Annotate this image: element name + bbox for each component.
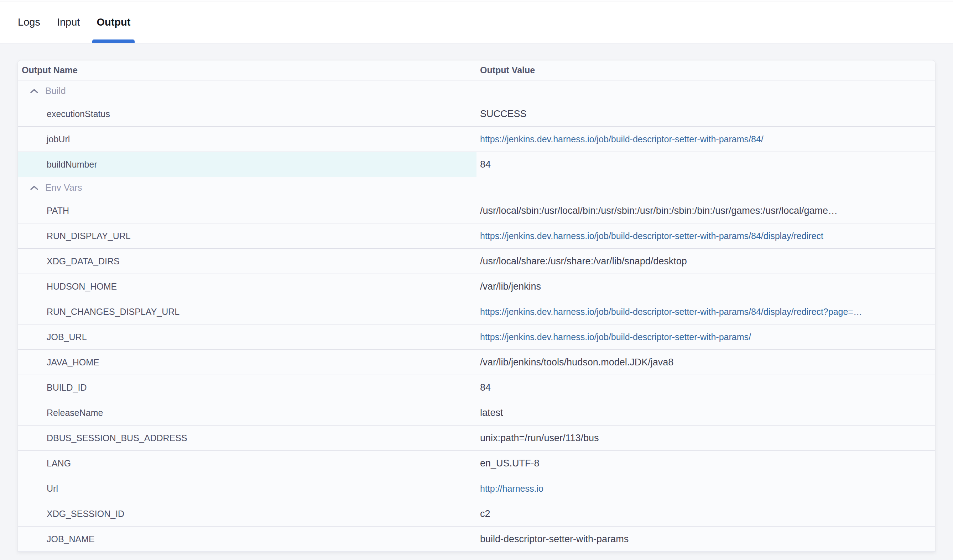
row-name: DBUS_SESSION_BUS_ADDRESS: [18, 425, 476, 450]
value-text: /usr/local/share:/usr/share:/var/lib/sna…: [480, 256, 687, 267]
value-link[interactable]: https://jenkins.dev.harness.io/job/build…: [480, 231, 823, 241]
row-value: http://harness.io: [476, 476, 935, 501]
row-name: XDG_DATA_DIRS: [18, 249, 476, 274]
row-name: JAVA_HOME: [18, 350, 476, 374]
row-name: jobUrl: [18, 127, 476, 152]
row-value: latest: [476, 400, 935, 425]
row-name: ReleaseName: [18, 400, 476, 425]
table-row-url: Urlhttp://harness.io: [18, 476, 935, 501]
table-header: Output Name Output Value: [18, 60, 935, 80]
tab-input[interactable]: Input: [57, 2, 80, 43]
table-row-path: PATH/usr/local/sbin:/usr/local/bin:/usr/…: [18, 198, 935, 223]
table-body: BuildexecutionStatusSUCCESSjobUrlhttps:/…: [18, 80, 935, 552]
row-name: HUDSON_HOME: [18, 274, 476, 299]
row-value: /var/lib/jenkins: [476, 274, 935, 299]
row-value: 84: [476, 152, 935, 177]
row-value: /usr/local/sbin:/usr/local/bin:/usr/sbin…: [476, 198, 935, 223]
row-value: /usr/local/share:/usr/share:/var/lib/sna…: [476, 249, 935, 274]
output-panel: Output Name Output Value BuildexecutionS…: [0, 43, 953, 552]
tab-logs[interactable]: Logs: [18, 2, 40, 43]
column-header-output-value: Output Value: [476, 65, 935, 76]
row-name: PATH: [18, 198, 476, 223]
table-row-job-url: JOB_URLhttps://jenkins.dev.harness.io/jo…: [18, 325, 935, 350]
group-row-build[interactable]: Build: [18, 80, 935, 101]
chevron-up-icon: [30, 88, 39, 94]
table-row-xdg-session-id: XDG_SESSION_IDc2: [18, 501, 935, 526]
row-value: https://jenkins.dev.harness.io/job/build…: [476, 325, 935, 350]
table-row-buildnumber: buildNumber84: [18, 152, 935, 177]
table-row-hudson-home: HUDSON_HOME/var/lib/jenkins: [18, 274, 935, 299]
table-row-executionstatus: executionStatusSUCCESS: [18, 101, 935, 127]
value-link[interactable]: http://harness.io: [480, 484, 543, 494]
row-value: SUCCESS: [476, 101, 935, 126]
table-row-job-name: JOB_NAMEbuild-descriptor-setter-with-par…: [18, 526, 935, 552]
table-row-run-display-url: RUN_DISPLAY_URLhttps://jenkins.dev.harne…: [18, 223, 935, 249]
row-value: unix:path=/run/user/113/bus: [476, 425, 935, 450]
row-name: LANG: [18, 451, 476, 476]
value-text: /var/lib/jenkins/tools/hudson.model.JDK/…: [480, 357, 674, 368]
tab-input-label: Input: [57, 16, 80, 28]
value-text: unix:path=/run/user/113/bus: [480, 433, 599, 444]
group-label: Build: [45, 85, 66, 96]
value-link[interactable]: https://jenkins.dev.harness.io/job/build…: [480, 332, 751, 342]
value-text: 84: [480, 159, 491, 170]
row-value: https://jenkins.dev.harness.io/job/build…: [476, 127, 935, 152]
table-row-build-id: BUILD_ID84: [18, 375, 935, 400]
row-value: /var/lib/jenkins/tools/hudson.model.JDK/…: [476, 350, 935, 374]
table-row-run-changes-display-url: RUN_CHANGES_DISPLAY_URLhttps://jenkins.d…: [18, 299, 935, 325]
chevron-up-icon: [30, 186, 39, 190]
column-header-output-name: Output Name: [18, 65, 476, 76]
table-row-java-home: JAVA_HOME/var/lib/jenkins/tools/hudson.m…: [18, 350, 935, 375]
table-row-joburl: jobUrlhttps://jenkins.dev.harness.io/job…: [18, 127, 935, 152]
active-tab-indicator: [92, 40, 135, 43]
value-text: 84: [480, 382, 491, 393]
group-row-env-vars[interactable]: Env Vars: [18, 177, 935, 198]
row-value: https://jenkins.dev.harness.io/job/build…: [476, 299, 935, 324]
table-row-xdg-data-dirs: XDG_DATA_DIRS/usr/local/share:/usr/share…: [18, 249, 935, 274]
row-name: BUILD_ID: [18, 375, 476, 400]
value-text: c2: [480, 508, 490, 520]
row-name: RUN_CHANGES_DISPLAY_URL: [18, 299, 476, 324]
row-value: build-descriptor-setter-with-params: [476, 526, 935, 551]
row-name: buildNumber: [18, 152, 476, 177]
table-row-lang: LANGen_US.UTF-8: [18, 451, 935, 476]
table-row-dbus-session-bus-address: DBUS_SESSION_BUS_ADDRESSunix:path=/run/u…: [18, 425, 935, 451]
tab-output[interactable]: Output: [96, 2, 130, 43]
row-value: en_US.UTF-8: [476, 451, 935, 476]
tab-bar: Logs Input Output: [0, 2, 953, 43]
tab-output-label: Output: [96, 16, 130, 28]
row-name: executionStatus: [18, 101, 476, 126]
value-text: /usr/local/sbin:/usr/local/bin:/usr/sbin…: [480, 205, 838, 216]
value-link[interactable]: https://jenkins.dev.harness.io/job/build…: [480, 307, 862, 317]
row-value: https://jenkins.dev.harness.io/job/build…: [476, 223, 935, 248]
row-value: 84: [476, 375, 935, 400]
output-table-card: Output Name Output Value BuildexecutionS…: [18, 60, 935, 552]
group-label: Env Vars: [45, 182, 82, 193]
row-name: XDG_SESSION_ID: [18, 501, 476, 526]
row-name: Url: [18, 476, 476, 501]
value-text: /var/lib/jenkins: [480, 281, 541, 292]
value-text: en_US.UTF-8: [480, 458, 540, 469]
table-row-releasename: ReleaseNamelatest: [18, 400, 935, 425]
row-name: JOB_NAME: [18, 526, 476, 551]
tab-logs-label: Logs: [18, 16, 40, 28]
value-text: build-descriptor-setter-with-params: [480, 534, 629, 545]
row-name: JOB_URL: [18, 325, 476, 350]
value-text: SUCCESS: [480, 108, 527, 119]
row-name: RUN_DISPLAY_URL: [18, 223, 476, 248]
value-text: latest: [480, 407, 503, 418]
value-link[interactable]: https://jenkins.dev.harness.io/job/build…: [480, 134, 764, 144]
row-value: c2: [476, 501, 935, 526]
